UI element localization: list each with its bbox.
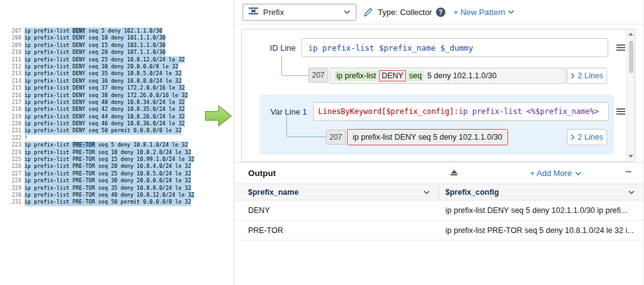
code-line: 213ip prefix-list DENY seq 35 deny 10.8.… [10, 70, 194, 77]
app-root: 207ip prefix-list DENY seq 5 deny 102.1.… [0, 0, 644, 285]
new-pattern-label: + New Pattern [454, 8, 506, 17]
toolbar: Prefix Type: Collector ? + New Pattern [234, 0, 643, 24]
column-label: $prefix_name [248, 188, 299, 197]
code-line: 228ip prefix-list PRE-TOR seq 30 deny 20… [10, 177, 194, 184]
line-number-chip: 207 [308, 68, 328, 83]
expand-lines-button[interactable]: 2 Lines [567, 129, 607, 145]
code-line: 227ip prefix-list PRE-TOR seq 25 deny 10… [10, 170, 194, 177]
menu-icon[interactable] [616, 43, 625, 52]
chevron-down-icon[interactable] [423, 190, 430, 194]
collapse-panel-icon[interactable] [450, 170, 457, 175]
match-token-plain: 5 deny 102.1.1.0/30 [425, 71, 499, 81]
match-token-var: DENY [379, 70, 406, 81]
var-line-input[interactable]: LinesByKeyword[$prefix_config]:ip prefix… [313, 102, 609, 121]
connector-line [281, 56, 308, 76]
line-number: 208 [10, 34, 21, 41]
line-number: 207 [10, 28, 21, 34]
pattern-card: ID Line ip prefix-list $prefix_name $_du… [241, 29, 635, 162]
var-line-match: ip prefix-list DENY seq 5 deny 102.1.1.0… [347, 129, 508, 145]
chevron-right-icon [571, 73, 574, 79]
help-icon[interactable]: ? [436, 8, 445, 17]
pattern-type-label: Type: Collector [378, 8, 432, 17]
code-line: 216ip prefix-list DENY seq 38 deny 172.2… [10, 92, 194, 99]
line-number: 214 [10, 78, 21, 85]
code-line: 221ip prefix-list DENY seq 50 permit 0.0… [10, 127, 194, 134]
code-line: 210ip prefix-list DENY seq 20 deny 107.1… [10, 49, 194, 56]
var-line-section: Var Line 1 LinesByKeyword[$prefix_config… [259, 95, 614, 155]
line-text: ip prefix-list DENY seq 20 deny 107.1.1.… [24, 49, 165, 56]
line-number: 213 [10, 70, 21, 77]
code-line: 215ip prefix-list DENY seq 37 deny 172.2… [10, 85, 194, 91]
pattern-select[interactable]: Prefix [242, 4, 356, 21]
line-number: 217 [10, 99, 21, 106]
line-number: 212 [10, 63, 21, 70]
id-line-input-text: ip prefix-list $prefix_name $_dummy [308, 43, 473, 53]
code-line: 219ip prefix-list DENY seq 44 deny 10.8.… [10, 113, 194, 120]
line-text: ip prefix-list DENY seq 5 deny 102.1.1.0… [24, 28, 162, 34]
expand-lines-button[interactable]: 2 Lines [567, 68, 607, 84]
scroll-down-icon[interactable] [628, 155, 633, 158]
menu-icon[interactable] [616, 107, 625, 116]
code-line: 230ip prefix-list PRE-TOR seq 40 deny 10… [10, 192, 194, 199]
code-line: 226ip prefix-list PRE-TOR seq 20 deny 10… [10, 163, 194, 170]
line-number: 210 [10, 49, 21, 56]
line-number: 223 [10, 142, 21, 148]
pattern-select-value: Prefix [263, 8, 339, 17]
output-title: Output [248, 168, 276, 178]
line-text: ip prefix-list PRE-TOR seq 50 permit 0.0… [24, 199, 191, 205]
output-table-cell: ip prefix-list PRE-TOR seq 5 deny 10.8.1… [439, 220, 643, 240]
chevron-down-icon [575, 172, 581, 175]
code-line: 222! [10, 135, 194, 142]
line-number: 225 [10, 156, 21, 163]
line-number: 231 [10, 199, 21, 205]
pattern-editor-panel: Prefix Type: Collector ? + New Pattern I… [234, 0, 644, 285]
scroll-thumb[interactable] [629, 41, 633, 73]
chevron-down-icon [344, 10, 350, 14]
line-number: 219 [10, 113, 21, 120]
match-token-kw: ip prefix-list [335, 71, 378, 81]
line-text: ip prefix-list PRE-TOR seq 10 deny 10.8.… [24, 149, 191, 156]
id-line-input[interactable]: ip prefix-list $prefix_name $_dummy [301, 38, 608, 57]
code-line: 225ip prefix-list PRE-TOR seq 15 deny 10… [10, 156, 194, 163]
var-expr-part-fn: [$prefix_config] [382, 107, 454, 116]
line-number: 230 [10, 192, 21, 199]
output-column-header[interactable]: $prefix_name [234, 184, 439, 200]
line-text: ip prefix-list DENY seq 46 deny 10.8.36.… [24, 120, 185, 127]
line-text: ip prefix-list DENY seq 36 deny 10.8.8.0… [24, 78, 182, 85]
output-table-row[interactable]: PRE-TORip prefix-list PRE-TOR seq 5 deny… [234, 220, 643, 241]
code-line: 209ip prefix-list DENY seq 15 deny 103.1… [10, 42, 194, 49]
code-line: 212ip prefix-list DENY seq 30 deny 20.0.… [10, 63, 194, 70]
scrollbar[interactable] [626, 29, 635, 161]
output-table-head: $prefix_name$prefix_config [234, 184, 643, 200]
chevron-down-icon[interactable] [628, 190, 635, 194]
connector-line [286, 116, 326, 137]
output-table-cell: PRE-TOR [234, 220, 439, 240]
line-number: 224 [10, 149, 21, 156]
line-text: ip prefix-list PRE-TOR seq 20 deny 10.8.… [24, 163, 191, 170]
line-number: 216 [10, 92, 21, 99]
chevron-right-icon [571, 134, 574, 140]
line-text: ip prefix-list DENY seq 37 deny 172.2.0.… [24, 85, 185, 91]
add-more-button[interactable]: + Add More [530, 168, 581, 178]
var-line-input-text: LinesByKeyword[$prefix_config]:ip prefix… [318, 107, 599, 116]
line-text: ip prefix-list PRE-TOR seq 40 deny 10.8.… [24, 192, 194, 199]
minimize-icon[interactable]: − [625, 165, 632, 179]
line-text: ip prefix-list PRE-TOR seq 35 deny 10.8.… [24, 185, 191, 192]
line-number-chip: 207 [326, 130, 346, 145]
code-line: 223ip prefix-list PRE-TOR seq 5 deny 10.… [10, 142, 194, 148]
column-label: $prefix_config [445, 188, 499, 197]
new-pattern-button[interactable]: + New Pattern [454, 8, 515, 17]
line-number: 229 [10, 185, 21, 192]
output-header: Output + Add More − [234, 162, 643, 184]
line-number: 227 [10, 170, 21, 177]
code-line: 208ip prefix-list DENY seq 10 deny 101.1… [10, 34, 194, 41]
output-table-row[interactable]: DENYip prefix-list DENY seq 5 deny 102.1… [234, 200, 643, 220]
line-text: ip prefix-list DENY seq 10 deny 101.1.1.… [24, 34, 165, 41]
line-number: 226 [10, 163, 21, 170]
line-number: 215 [10, 85, 21, 91]
output-column-header[interactable]: $prefix_config [439, 184, 643, 200]
edit-pencil-icon[interactable] [363, 7, 373, 17]
lines-count-label: 2 Lines [578, 71, 603, 80]
code-line: 224ip prefix-list PRE-TOR seq 10 deny 10… [10, 149, 194, 156]
scroll-up-icon[interactable] [628, 33, 633, 36]
